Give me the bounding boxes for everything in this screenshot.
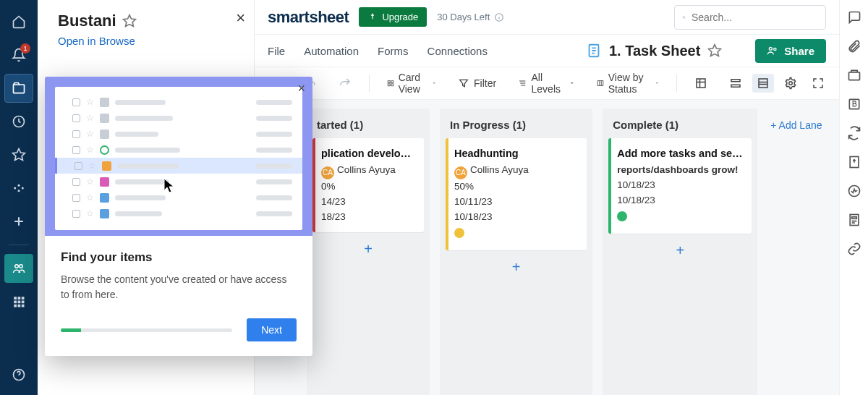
- card-assignee: CACollins Ayuya: [321, 163, 417, 179]
- star-icon[interactable]: [707, 43, 722, 58]
- svg-point-34: [789, 82, 793, 85]
- brand-logo: smartsheet: [268, 8, 349, 27]
- popover-text: Browse the content you've created or hav…: [61, 272, 297, 302]
- lane-not-started: tarted (1) plication development CAColli…: [307, 109, 430, 395]
- svg-rect-8: [14, 297, 17, 300]
- home-icon[interactable]: [4, 7, 33, 36]
- svg-point-3: [18, 184, 20, 187]
- menu-forms[interactable]: Forms: [378, 45, 409, 57]
- menu-bar: File Automation Forms Connections 1. Tas…: [255, 35, 839, 67]
- resource-management-icon[interactable]: [4, 254, 33, 283]
- popover-title: Find your items: [61, 250, 297, 265]
- compact-view-icon[interactable]: [725, 74, 746, 93]
- svg-rect-28: [391, 84, 393, 86]
- full-view-icon[interactable]: [752, 74, 774, 93]
- chevron-down-icon: [432, 80, 436, 87]
- onboarding-progress: [61, 328, 232, 332]
- illustration-panel: ☆ ☆ ☆ ☆ ☆ ☆ ☆ ☆: [55, 87, 302, 230]
- card-date: 14/23: [321, 195, 417, 210]
- lane-in-progress: In Progress (1) Headhunting CACollins Ay…: [440, 109, 592, 395]
- next-button[interactable]: Next: [247, 318, 297, 341]
- svg-rect-13: [22, 301, 25, 304]
- notifications-icon[interactable]: 1: [4, 41, 33, 69]
- popover-hero: × ☆ ☆ ☆ ☆ ☆ ☆ ☆ ☆: [45, 77, 312, 236]
- menu-automation[interactable]: Automation: [304, 45, 359, 57]
- conversations-icon[interactable]: [847, 10, 861, 25]
- trial-days-left: 30 Days Left: [437, 12, 504, 22]
- global-search[interactable]: [674, 5, 826, 30]
- search-icon: [682, 12, 686, 23]
- svg-marker-22: [709, 45, 721, 56]
- card-view-dropdown[interactable]: Card View: [383, 69, 441, 98]
- favorites-icon[interactable]: [4, 140, 33, 169]
- update-requests-icon[interactable]: [847, 126, 861, 140]
- edit-fields-icon[interactable]: [690, 74, 712, 93]
- card-assignee: CACollins Ayuya: [454, 163, 579, 179]
- search-input[interactable]: [692, 12, 818, 23]
- menu-file[interactable]: File: [268, 45, 285, 57]
- svg-rect-14: [14, 305, 17, 307]
- avatar-icon: CA: [321, 166, 334, 179]
- svg-rect-25: [388, 81, 390, 83]
- svg-rect-16: [22, 305, 25, 307]
- card[interactable]: Headhunting CACollins Ayuya 50% 10/11/23…: [446, 138, 587, 250]
- cursor-icon: [163, 178, 175, 194]
- card-date: 10/18/23: [617, 193, 744, 208]
- star-icon[interactable]: [122, 14, 137, 28]
- close-icon[interactable]: ×: [297, 81, 305, 96]
- settings-icon[interactable]: [780, 74, 801, 93]
- add-card-button[interactable]: +: [446, 250, 587, 279]
- publish-icon[interactable]: [847, 155, 861, 169]
- attachments-icon[interactable]: [847, 39, 861, 54]
- chevron-down-icon: [569, 80, 575, 87]
- card-progress: 0%: [321, 179, 417, 195]
- fullscreen-icon[interactable]: [807, 74, 829, 93]
- share-button[interactable]: Share: [755, 39, 826, 63]
- redo-icon[interactable]: [334, 74, 356, 93]
- add-card-button[interactable]: +: [312, 232, 424, 260]
- card-date: 10/18/23: [617, 178, 744, 193]
- svg-rect-11: [14, 301, 17, 304]
- svg-point-23: [770, 47, 773, 50]
- card-date: 18/23: [321, 210, 417, 225]
- card-subtitle: reports/dashboards grow!: [617, 163, 744, 178]
- levels-icon: [518, 77, 527, 89]
- left-nav-rail: 1: [0, 0, 38, 395]
- all-levels-dropdown[interactable]: All Levels: [514, 69, 579, 98]
- card[interactable]: Add more tasks and see yo... reports/das…: [608, 138, 752, 234]
- card-date: 10/18/23: [454, 210, 579, 225]
- proofs-icon[interactable]: [847, 68, 861, 82]
- workapps-icon[interactable]: [4, 174, 33, 203]
- card-date: 10/11/23: [454, 195, 579, 210]
- browse-icon[interactable]: [4, 74, 33, 103]
- top-bar: smartsheet Upgrade 30 Days Left: [255, 0, 839, 35]
- status-dot: [454, 228, 464, 238]
- close-icon[interactable]: ×: [236, 9, 245, 27]
- create-icon[interactable]: [4, 207, 33, 236]
- lane-title: tarted (1): [312, 116, 424, 138]
- info-icon[interactable]: [494, 12, 504, 22]
- activity-log-icon[interactable]: [847, 184, 861, 198]
- connections-icon[interactable]: [847, 242, 861, 256]
- svg-rect-33: [759, 79, 767, 88]
- filter-icon: [458, 77, 469, 89]
- menu-connections[interactable]: Connections: [427, 45, 488, 57]
- card[interactable]: plication development CACollins Ayuya 0%…: [312, 138, 424, 232]
- right-rail: [839, 0, 868, 395]
- solution-center-icon[interactable]: [4, 287, 33, 316]
- view-by-dropdown[interactable]: View by Status: [592, 69, 664, 98]
- svg-point-7: [20, 265, 23, 268]
- add-card-button[interactable]: +: [608, 234, 752, 262]
- open-in-browse-link[interactable]: Open in Browse: [58, 35, 135, 47]
- summary-icon[interactable]: [847, 213, 861, 227]
- upgrade-button[interactable]: Upgrade: [359, 7, 427, 27]
- add-lane-link[interactable]: + Add Lane: [770, 119, 822, 131]
- svg-rect-27: [388, 84, 390, 86]
- filter-button[interactable]: Filter: [454, 75, 501, 92]
- workspace-title: Bustani: [58, 12, 239, 30]
- status-dot: [617, 211, 627, 221]
- svg-point-6: [15, 265, 19, 268]
- brandfolder-icon[interactable]: [847, 97, 861, 111]
- help-icon[interactable]: [4, 360, 33, 389]
- recents-icon[interactable]: [4, 107, 33, 136]
